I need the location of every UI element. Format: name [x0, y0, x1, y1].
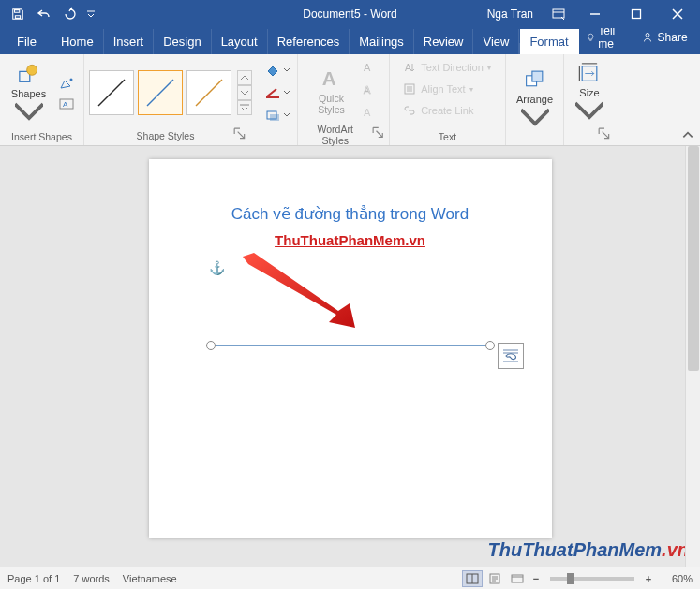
shape-effects-button[interactable]: [261, 106, 293, 125]
wordart-dialog-launcher[interactable]: [372, 126, 385, 140]
effects-icon: [265, 109, 280, 122]
zoom-level[interactable]: 60%: [657, 573, 693, 584]
tab-review[interactable]: Review: [414, 29, 474, 54]
vertical-scrollbar[interactable]: [685, 146, 700, 567]
titlebar: Document5 - Word Nga Tran: [0, 0, 700, 28]
undo-button[interactable]: [32, 2, 56, 26]
svg-point-5: [69, 79, 72, 81]
view-read-mode[interactable]: [462, 570, 483, 587]
svg-line-9: [147, 80, 173, 106]
document-title: Document5 - Word: [303, 7, 396, 21]
tab-layout[interactable]: Layout: [212, 29, 268, 54]
layout-options-button[interactable]: [498, 343, 524, 369]
text-effects-button: A: [358, 103, 379, 122]
zoom-out-button[interactable]: −: [529, 573, 543, 584]
svg-point-4: [26, 65, 37, 75]
anchor-icon: ⚓: [209, 260, 225, 275]
chevron-down-icon: [521, 107, 549, 130]
arrange-label: Arrange: [516, 94, 553, 105]
tab-design[interactable]: Design: [154, 29, 211, 54]
status-words[interactable]: 7 words: [73, 573, 110, 584]
arrange-icon: [521, 68, 549, 92]
tab-mailings[interactable]: Mailings: [350, 29, 414, 54]
svg-rect-21: [531, 71, 542, 81]
document-page[interactable]: Cách vẽ đường thẳng trong Word ThuThuatP…: [149, 159, 552, 538]
size-button[interactable]: Size: [567, 62, 612, 124]
minimize-button[interactable]: [576, 0, 614, 28]
shape-styles-dialog-launcher[interactable]: [233, 127, 246, 140]
group-label-insert-shapes: Insert Shapes: [6, 129, 78, 145]
svg-text:A: A: [63, 100, 68, 109]
shapes-icon: [15, 63, 43, 86]
size-dialog-launcher[interactable]: [598, 127, 611, 140]
svg-text:A: A: [364, 107, 371, 118]
fill-icon: [265, 64, 280, 77]
shape-fill-button[interactable]: [261, 61, 293, 80]
lightbulb-icon: [587, 31, 595, 44]
create-link-button: Create Link: [400, 101, 477, 120]
size-icon: [575, 62, 603, 85]
tab-format[interactable]: Format: [520, 29, 578, 54]
svg-rect-29: [512, 575, 523, 582]
chevron-down-icon: [575, 100, 603, 124]
zoom-in-button[interactable]: +: [642, 573, 655, 584]
qat-customize-button[interactable]: [84, 2, 97, 26]
group-label-wordart: WordArt Styles: [304, 124, 366, 146]
shape-style-3[interactable]: [186, 70, 231, 115]
share-button[interactable]: Share: [633, 27, 695, 48]
maximize-button[interactable]: [618, 0, 655, 28]
group-label-shape-styles: Shape Styles: [137, 130, 195, 141]
tab-view[interactable]: View: [473, 29, 519, 54]
document-area: Cách vẽ đường thẳng trong Word ThuThuatP…: [0, 146, 700, 567]
gallery-more[interactable]: [237, 100, 252, 115]
status-bar: Page 1 of 1 7 words Vietnamese − + 60%: [0, 567, 700, 589]
tab-home[interactable]: Home: [52, 29, 104, 54]
view-print-layout[interactable]: [484, 570, 505, 587]
shape-style-1[interactable]: [89, 70, 134, 115]
scrollbar-thumb[interactable]: [688, 146, 699, 371]
quick-styles-button[interactable]: A Quick Styles: [309, 59, 354, 121]
document-heading: Cách vẽ đường thẳng trong Word: [149, 204, 552, 224]
selected-line-shape[interactable]: [205, 339, 496, 352]
status-language[interactable]: Vietnamese: [123, 573, 177, 584]
align-text-button: Align Text ▾: [400, 80, 477, 98]
shape-style-2[interactable]: [138, 70, 183, 115]
edit-shape-icon: [59, 77, 74, 90]
group-size: Size: [564, 54, 615, 145]
group-insert-shapes: Shapes A Insert Shapes: [0, 54, 84, 145]
shapes-button[interactable]: Shapes: [7, 63, 52, 125]
link-icon: [404, 105, 417, 116]
layout-options-icon: [501, 347, 520, 364]
collapse-ribbon-button[interactable]: [681, 128, 694, 141]
view-web-layout[interactable]: [507, 570, 528, 587]
tab-references[interactable]: References: [268, 29, 350, 54]
text-fill-button: A: [358, 58, 379, 77]
chevron-down-icon: [284, 68, 290, 73]
size-label: Size: [579, 87, 599, 98]
shape-style-gallery: [89, 70, 231, 115]
svg-point-2: [646, 33, 649, 37]
arrange-button[interactable]: Arrange: [513, 68, 558, 130]
gallery-row-up[interactable]: [237, 70, 252, 85]
svg-text:A: A: [364, 84, 371, 96]
zoom-slider-knob[interactable]: [567, 573, 574, 584]
gallery-row-down[interactable]: [237, 85, 252, 100]
zoom-slider[interactable]: [550, 577, 634, 581]
save-button[interactable]: [6, 2, 30, 26]
status-page[interactable]: Page 1 of 1: [7, 573, 60, 584]
ribbon-tabs: File Home Insert Design Layout Reference…: [0, 28, 700, 54]
ribbon-display-options-button[interactable]: [544, 0, 573, 28]
svg-rect-11: [266, 96, 279, 98]
redo-button[interactable]: [58, 2, 82, 26]
chevron-down-icon: [284, 113, 290, 118]
edit-shape-button[interactable]: [55, 74, 78, 93]
shape-outline-button[interactable]: [261, 83, 293, 102]
tab-insert[interactable]: Insert: [104, 29, 155, 54]
text-box-button[interactable]: A: [55, 95, 78, 113]
tab-file[interactable]: File: [7, 29, 52, 54]
close-button[interactable]: [659, 0, 696, 28]
tell-me-label: Tell me: [598, 24, 619, 51]
share-label: Share: [658, 31, 688, 44]
user-name[interactable]: Nga Tran: [487, 7, 541, 21]
svg-line-10: [196, 80, 222, 106]
